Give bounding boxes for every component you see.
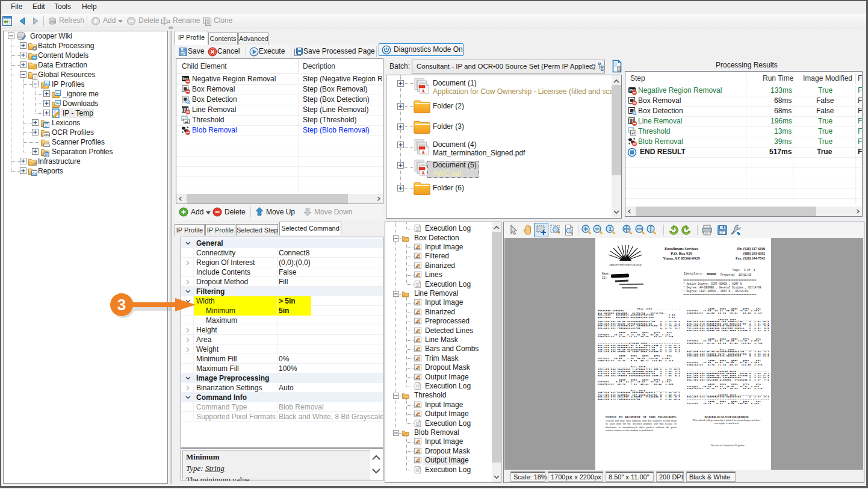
svg-text:ARIZONA WESTERN COLLEGE: ARIZONA WESTERN COLLEGE xyxy=(609,264,642,266)
svg-text:3: 3 xyxy=(117,296,126,314)
svg-text:ABC: ABC xyxy=(44,133,51,137)
svg-text:1: 1 xyxy=(609,226,612,232)
